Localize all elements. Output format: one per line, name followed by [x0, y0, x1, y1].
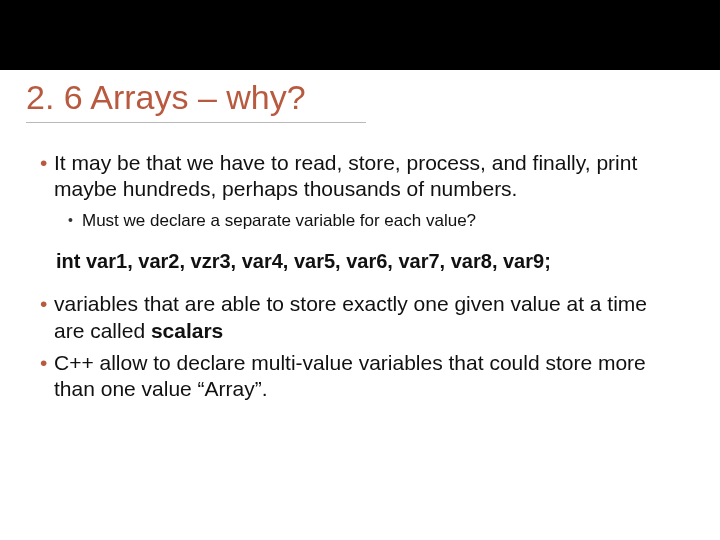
bullet-text-3: C++ allow to declare multi-value variabl… [54, 350, 654, 403]
bullet-line-1a: •Must we declare a separate variable for… [68, 209, 680, 233]
title-underline [26, 122, 366, 123]
bullet-dot-icon: • [40, 350, 54, 376]
code-line: int var1, var2, vzr3, var4, var5, var6, … [56, 250, 680, 273]
slide: 2. 6 Arrays – why? •It may be that we ha… [0, 0, 720, 540]
slide-body: •It may be that we have to read, store, … [40, 150, 680, 408]
bullet-dot-icon: • [40, 150, 54, 176]
slide-title: 2. 6 Arrays – why? [26, 78, 306, 117]
bullet-text-1: It may be that we have to read, store, p… [54, 150, 654, 203]
bullet-text-2: variables that are able to store exactly… [54, 291, 654, 344]
bullet-line-2: •variables that are able to store exactl… [40, 291, 680, 344]
bullet-line-3: •C++ allow to declare multi-value variab… [40, 350, 680, 403]
bullet-text-1a: Must we declare a separate variable for … [82, 209, 476, 233]
bullet-line-1: •It may be that we have to read, store, … [40, 150, 680, 203]
bullet-text-2-bold: scalars [151, 319, 223, 342]
bullet-dot-icon: • [40, 291, 54, 317]
bullet-dot-icon: • [68, 209, 82, 231]
top-black-bar [0, 0, 720, 70]
bullet-text-2-prefix: variables that are able to store exactly… [54, 292, 647, 341]
